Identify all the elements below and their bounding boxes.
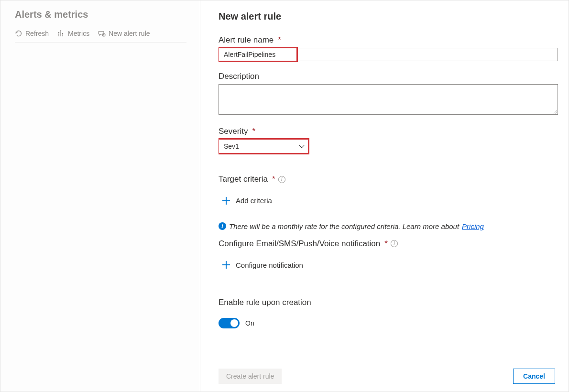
svg-point-5 (62, 33, 63, 33)
description-label: Description (219, 72, 558, 81)
info-icon[interactable]: i (391, 240, 398, 247)
create-alert-rule-button: Create alert rule (219, 369, 282, 384)
severity-label: Severity* (219, 127, 558, 136)
severity-select-wrap: Sev1 (219, 139, 308, 153)
enable-rule-state: On (245, 319, 254, 327)
refresh-icon (15, 30, 22, 37)
pricing-link[interactable]: Pricing (462, 222, 484, 230)
plus-icon (222, 261, 230, 269)
info-filled-icon: i (219, 222, 226, 230)
comment-add-icon (98, 30, 106, 37)
new-alert-rule-button[interactable]: New alert rule (98, 30, 150, 37)
right-pane: New alert rule Alert rule name* Descript… (200, 0, 569, 392)
enable-rule-toggle[interactable] (219, 318, 240, 328)
metrics-label: Metrics (68, 30, 89, 37)
configure-notification-button[interactable]: Configure notification (222, 261, 303, 269)
pricing-info-text: There will be a monthly rate for the con… (229, 222, 459, 230)
new-alert-rule-label: New alert rule (109, 30, 150, 37)
add-criteria-label: Add criteria (236, 196, 272, 205)
configure-notification-label: Configure notification (236, 261, 303, 269)
toggle-knob (230, 319, 238, 327)
required-asterisk: * (272, 174, 275, 184)
severity-select[interactable]: Sev1 (219, 139, 308, 153)
required-asterisk: * (384, 239, 388, 249)
pricing-info-row: i There will be a monthly rate for the c… (219, 222, 558, 230)
add-criteria-button[interactable]: Add criteria (222, 196, 272, 205)
alert-name-input[interactable] (219, 48, 297, 61)
description-input[interactable] (219, 84, 558, 115)
refresh-button[interactable]: Refresh (15, 30, 49, 37)
svg-point-4 (60, 31, 61, 31)
alert-name-input-ext[interactable] (297, 48, 558, 61)
left-toolbar: Refresh Metrics (15, 30, 186, 43)
left-pane-title: Alerts & metrics (15, 9, 186, 20)
form-footer: Create alert rule Cancel (219, 362, 558, 392)
refresh-label: Refresh (25, 30, 49, 37)
metrics-button[interactable]: Metrics (57, 30, 89, 37)
enable-rule-label: Enable rule upon creation (219, 298, 558, 307)
target-criteria-label: Target criteria* i (219, 174, 558, 184)
page-title: New alert rule (219, 11, 558, 22)
bar-chart-icon (57, 30, 65, 37)
alert-name-label: Alert rule name* (219, 35, 558, 45)
notification-label: Configure Email/SMS/Push/Voice notificat… (219, 239, 558, 249)
cancel-button[interactable]: Cancel (513, 369, 555, 384)
left-pane: Alerts & metrics Refresh Metrics (0, 0, 200, 392)
required-asterisk: * (252, 127, 255, 136)
required-asterisk: * (278, 35, 281, 45)
svg-point-3 (58, 32, 59, 33)
plus-icon (222, 197, 230, 205)
info-icon[interactable]: i (278, 176, 285, 183)
